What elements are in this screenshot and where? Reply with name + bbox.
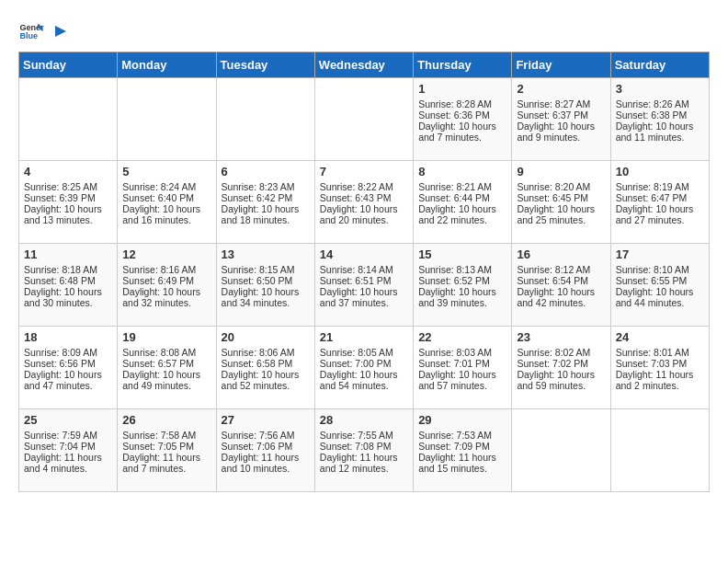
- day-info-line: Sunset: 6:38 PM: [616, 109, 704, 121]
- day-cell: 13Sunrise: 8:15 AMSunset: 6:50 PMDayligh…: [216, 244, 314, 327]
- day-info-line: Daylight: 10 hours: [320, 286, 408, 297]
- day-info-line: and 32 minutes.: [122, 297, 210, 308]
- day-cell: 2Sunrise: 8:27 AMSunset: 6:37 PMDaylight…: [512, 78, 610, 161]
- day-number: 1: [418, 82, 506, 96]
- day-cell: [314, 78, 413, 161]
- page-header: General Blue: [18, 18, 710, 44]
- day-info-line: and 22 minutes.: [418, 214, 506, 225]
- day-number: 25: [24, 413, 112, 427]
- day-info-line: Sunset: 6:52 PM: [418, 275, 506, 286]
- svg-text:Blue: Blue: [19, 31, 38, 40]
- day-info-line: Sunset: 6:54 PM: [517, 275, 605, 286]
- day-info-line: and 7 minutes.: [418, 132, 506, 143]
- day-number: 17: [616, 247, 704, 261]
- day-info-line: Sunrise: 8:06 AM: [222, 347, 310, 358]
- day-number: 13: [222, 247, 310, 261]
- day-info-line: Sunset: 6:40 PM: [122, 192, 210, 203]
- day-info-line: Sunset: 6:44 PM: [418, 192, 506, 203]
- day-info-line: Daylight: 10 hours: [222, 286, 310, 297]
- day-cell: 29Sunrise: 7:53 AMSunset: 7:09 PMDayligh…: [414, 409, 512, 492]
- day-cell: [118, 78, 216, 161]
- day-cell: 23Sunrise: 8:02 AMSunset: 7:02 PMDayligh…: [512, 327, 610, 409]
- day-info-line: Sunset: 6:56 PM: [24, 358, 112, 369]
- day-info-line: Sunrise: 8:19 AM: [616, 181, 704, 192]
- day-info-line: Sunset: 6:36 PM: [418, 109, 506, 121]
- day-cell: 12Sunrise: 8:16 AMSunset: 6:49 PMDayligh…: [118, 244, 216, 327]
- day-info-line: Sunset: 7:09 PM: [418, 441, 506, 452]
- day-info-line: Sunset: 7:05 PM: [122, 441, 210, 452]
- day-info-line: Sunrise: 8:27 AM: [517, 98, 605, 109]
- day-cell: 8Sunrise: 8:21 AMSunset: 6:44 PMDaylight…: [414, 161, 512, 244]
- day-info-line: Sunrise: 8:20 AM: [517, 181, 605, 192]
- day-info-line: Sunrise: 8:15 AM: [222, 264, 310, 275]
- day-info-line: Sunrise: 7:55 AM: [320, 430, 408, 441]
- day-number: 4: [24, 165, 112, 178]
- day-number: 9: [517, 165, 605, 178]
- day-cell: 14Sunrise: 8:14 AMSunset: 6:51 PMDayligh…: [314, 244, 413, 327]
- day-number: 28: [320, 413, 408, 427]
- svg-marker-4: [55, 26, 66, 37]
- calendar-body: 1Sunrise: 8:28 AMSunset: 6:36 PMDaylight…: [19, 78, 710, 492]
- day-info-line: Daylight: 10 hours: [418, 286, 506, 297]
- day-cell: 7Sunrise: 8:22 AMSunset: 6:43 PMDaylight…: [314, 161, 413, 244]
- day-info-line: Sunset: 7:06 PM: [222, 441, 310, 452]
- day-info-line: and 39 minutes.: [418, 297, 506, 308]
- header-cell-tuesday: Tuesday: [216, 52, 314, 78]
- day-cell: 16Sunrise: 8:12 AMSunset: 6:54 PMDayligh…: [512, 244, 610, 327]
- logo: General Blue: [18, 18, 70, 44]
- day-info-line: and 27 minutes.: [616, 214, 704, 225]
- day-info-line: Daylight: 10 hours: [517, 286, 605, 297]
- day-number: 21: [320, 330, 408, 344]
- day-info-line: Sunset: 7:02 PM: [517, 358, 605, 369]
- day-cell: [19, 78, 118, 161]
- day-cell: 11Sunrise: 8:18 AMSunset: 6:48 PMDayligh…: [19, 244, 118, 327]
- day-info-line: Daylight: 10 hours: [616, 286, 704, 297]
- day-info-line: Daylight: 11 hours: [418, 452, 506, 463]
- day-info-line: Daylight: 10 hours: [24, 369, 112, 380]
- day-number: 19: [122, 330, 210, 344]
- day-info-line: Daylight: 10 hours: [418, 121, 506, 132]
- day-info-line: Sunrise: 7:53 AM: [418, 430, 506, 441]
- day-info-line: and 54 minutes.: [320, 380, 408, 391]
- day-info-line: and 20 minutes.: [320, 214, 408, 225]
- day-info-line: Daylight: 11 hours: [24, 452, 112, 463]
- day-info-line: Sunset: 6:49 PM: [122, 275, 210, 286]
- day-info-line: Daylight: 10 hours: [122, 369, 210, 380]
- day-info-line: Sunrise: 8:10 AM: [616, 264, 704, 275]
- day-cell: 28Sunrise: 7:55 AMSunset: 7:08 PMDayligh…: [314, 409, 413, 492]
- logo-icon: General Blue: [18, 18, 44, 44]
- day-number: 23: [517, 330, 605, 344]
- day-cell: 17Sunrise: 8:10 AMSunset: 6:55 PMDayligh…: [610, 244, 709, 327]
- day-info-line: Daylight: 11 hours: [616, 369, 704, 380]
- day-info-line: Daylight: 10 hours: [320, 203, 408, 214]
- day-number: 29: [418, 413, 506, 427]
- day-info-line: Daylight: 10 hours: [24, 286, 112, 297]
- day-info-line: Sunrise: 8:24 AM: [122, 181, 210, 192]
- day-info-line: and 4 minutes.: [24, 463, 112, 474]
- header-cell-saturday: Saturday: [610, 52, 709, 78]
- day-info-line: Sunrise: 7:56 AM: [222, 430, 310, 441]
- day-info-line: Sunset: 6:42 PM: [222, 192, 310, 203]
- day-info-line: and 30 minutes.: [24, 297, 112, 308]
- day-info-line: Daylight: 10 hours: [616, 203, 704, 214]
- header-cell-thursday: Thursday: [414, 52, 512, 78]
- day-number: 16: [517, 247, 605, 261]
- day-info-line: Daylight: 10 hours: [122, 203, 210, 214]
- day-info-line: Sunrise: 8:08 AM: [122, 347, 210, 358]
- day-info-line: Sunrise: 8:21 AM: [418, 181, 506, 192]
- header-cell-friday: Friday: [512, 52, 610, 78]
- day-cell: 4Sunrise: 8:25 AMSunset: 6:39 PMDaylight…: [19, 161, 118, 244]
- day-info-line: Sunrise: 8:12 AM: [517, 264, 605, 275]
- day-number: 12: [122, 247, 210, 261]
- day-info-line: Sunset: 6:47 PM: [616, 192, 704, 203]
- day-cell: [216, 78, 314, 161]
- day-info-line: Sunrise: 8:03 AM: [418, 347, 506, 358]
- day-cell: 26Sunrise: 7:58 AMSunset: 7:05 PMDayligh…: [118, 409, 216, 492]
- day-number: 7: [320, 165, 408, 178]
- day-number: 20: [222, 330, 310, 344]
- day-number: 18: [24, 330, 112, 344]
- header-cell-monday: Monday: [118, 52, 216, 78]
- day-info-line: Sunrise: 8:26 AM: [616, 98, 704, 109]
- day-info-line: Sunset: 6:43 PM: [320, 192, 408, 203]
- logo-arrow-icon: [51, 22, 70, 40]
